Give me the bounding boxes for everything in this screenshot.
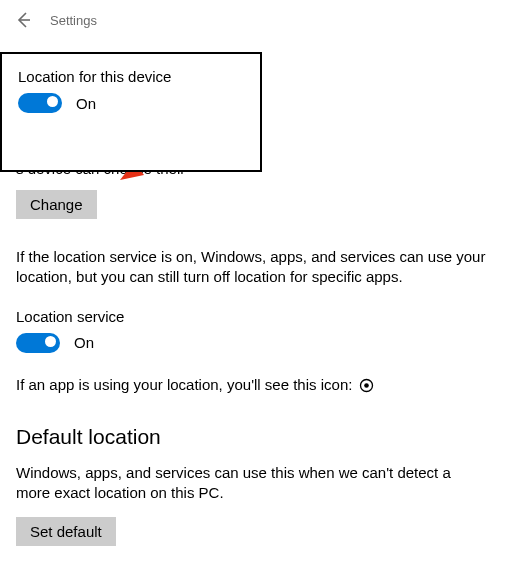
default-location-heading: Default location bbox=[16, 425, 486, 449]
location-in-use-icon bbox=[359, 378, 374, 393]
location-device-toggle[interactable] bbox=[18, 93, 62, 113]
default-location-description: Windows, apps, and services can use this… bbox=[16, 463, 486, 504]
location-service-toggle-state: On bbox=[74, 334, 94, 351]
header-title: Settings bbox=[50, 13, 97, 28]
location-service-label: Location service bbox=[16, 308, 486, 325]
toggle-knob-icon bbox=[47, 96, 58, 107]
set-default-button[interactable]: Set default bbox=[16, 517, 116, 546]
location-service-toggle[interactable] bbox=[16, 333, 60, 353]
change-button[interactable]: Change bbox=[16, 190, 97, 219]
location-device-callout: Location for this device On bbox=[0, 52, 262, 172]
back-arrow-icon[interactable] bbox=[14, 11, 32, 29]
location-device-label: Location for this device bbox=[18, 68, 244, 85]
location-device-toggle-state: On bbox=[76, 95, 96, 112]
app-using-text: If an app is using your location, you'll… bbox=[16, 376, 352, 393]
header-bar: Settings bbox=[0, 0, 510, 40]
svg-point-4 bbox=[364, 383, 369, 388]
service-description: If the location service is on, Windows, … bbox=[16, 247, 486, 288]
toggle-knob-icon bbox=[45, 336, 56, 347]
